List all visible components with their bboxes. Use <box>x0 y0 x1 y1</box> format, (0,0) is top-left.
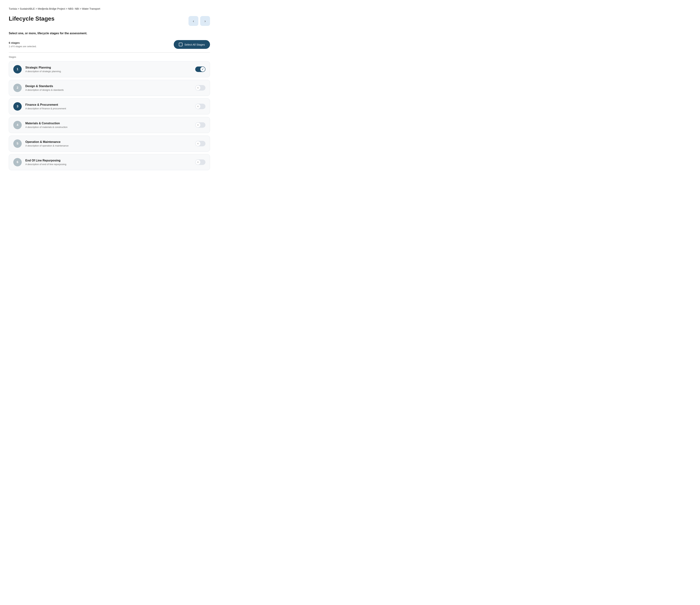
stage-name: Design & Standards <box>25 84 192 88</box>
stage-toggle[interactable]: ✕ <box>195 85 205 91</box>
stage-name: End Of Line Repurposing <box>25 159 192 162</box>
prev-icon: ‹ <box>193 19 194 23</box>
stage-name: Strategic Planning <box>25 66 192 69</box>
next-icon: › <box>204 19 206 23</box>
stage-card: 4Materials & ConstructionA description o… <box>9 117 210 133</box>
divider <box>9 52 210 53</box>
stage-card: 2Design & StandardsA description of desi… <box>9 80 210 96</box>
toggle-wrap: ✓ <box>195 67 205 72</box>
breadcrumb: Tunisia > SustainABLE > Medjerda Bridge … <box>9 7 210 10</box>
stage-description: A description of finance & procurement <box>25 107 192 110</box>
stage-number: 1 <box>13 65 22 73</box>
stage-description: A description of operation & maintenance <box>25 144 192 147</box>
stage-description: A description of materials & constructio… <box>25 126 192 128</box>
toggle-knob: ✕ <box>196 123 200 127</box>
toggle-knob: ✓ <box>200 67 205 72</box>
select-all-button[interactable]: Select All Stages <box>174 40 210 49</box>
toggle-wrap: ✕ <box>195 104 205 109</box>
toggle-knob: ✕ <box>196 104 200 109</box>
toggle-wrap: ✕ <box>195 85 205 91</box>
stage-description: A description of end of line repurposing <box>25 163 192 166</box>
stages-count: 6 stages 1 of 6 stages are selected. <box>9 41 36 48</box>
select-all-label: Select All Stages <box>184 43 205 46</box>
stage-toggle[interactable]: ✓ <box>195 67 205 72</box>
stage-number: 5 <box>13 140 22 148</box>
toggle-knob: ✕ <box>196 85 200 90</box>
stage-content: End Of Line RepurposingA description of … <box>25 159 192 166</box>
stage-toggle[interactable]: ✕ <box>195 159 205 165</box>
stages-section-label: Stages <box>9 56 210 58</box>
stage-toggle[interactable]: ✕ <box>195 104 205 109</box>
toggle-knob: ✕ <box>196 141 200 146</box>
stage-card: 5Operation & MaintenanceA description of… <box>9 135 210 152</box>
toggle-wrap: ✕ <box>195 159 205 165</box>
stage-number: 2 <box>13 84 22 92</box>
stage-card: 1Strategic PlanningA description of stra… <box>9 61 210 77</box>
stage-number: 6 <box>13 158 22 167</box>
stage-description: A description of strategic planning. <box>25 70 192 73</box>
stage-number: 4 <box>13 121 22 129</box>
stages-selected: 1 of 6 stages are selected. <box>9 45 36 48</box>
stage-toggle[interactable]: ✕ <box>195 122 205 128</box>
toggle-wrap: ✕ <box>195 141 205 146</box>
stage-name: Finance & Procurement <box>25 103 192 106</box>
prev-button[interactable]: ‹ <box>189 16 198 26</box>
stage-content: Finance & ProcurementA description of fi… <box>25 103 192 110</box>
stage-content: Strategic PlanningA description of strat… <box>25 66 192 73</box>
next-button[interactable]: › <box>200 16 210 26</box>
stage-card: 6End Of Line RepurposingA description of… <box>9 154 210 170</box>
select-all-checkbox-icon <box>179 43 182 46</box>
toggle-wrap: ✕ <box>195 122 205 128</box>
stage-card: 3Finance & ProcurementA description of f… <box>9 98 210 115</box>
instruction-text: Select one, or more, lifecycle stages fo… <box>9 32 210 35</box>
page-title: Lifecycle Stages <box>9 15 54 22</box>
stage-name: Materials & Construction <box>25 122 192 125</box>
toggle-knob: ✕ <box>196 160 200 165</box>
stage-name: Operation & Maintenance <box>25 140 192 144</box>
stage-number: 3 <box>13 102 22 110</box>
stages-total: 6 stages <box>9 41 36 44</box>
stage-content: Materials & ConstructionA description of… <box>25 122 192 128</box>
stage-content: Operation & MaintenanceA description of … <box>25 140 192 147</box>
stage-toggle[interactable]: ✕ <box>195 141 205 146</box>
stage-content: Design & StandardsA description of desig… <box>25 84 192 91</box>
stage-description: A description of designs & standards <box>25 89 192 91</box>
stage-list: 1Strategic PlanningA description of stra… <box>9 61 210 170</box>
